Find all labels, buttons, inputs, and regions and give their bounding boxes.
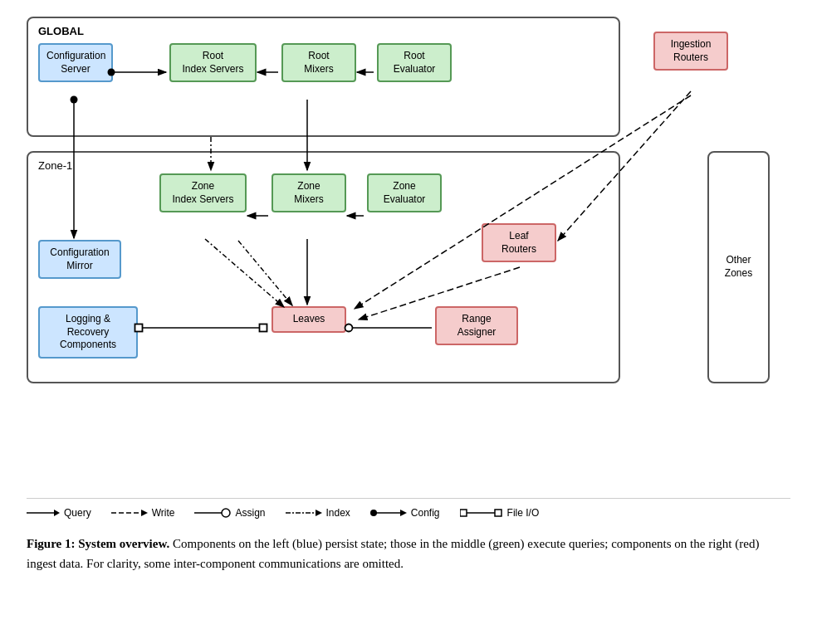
leaf-routers: Leaf Routers (482, 223, 556, 262)
svg-point-25 (222, 509, 230, 517)
config-mirror: Configuration Mirror (38, 240, 121, 279)
zone-mixers: Zone Mixers (272, 173, 346, 212)
legend-assign: Assign (194, 507, 265, 519)
root-evaluator: Root Evaluator (377, 43, 452, 82)
query-arrow-icon (27, 507, 60, 519)
fileio-label: File I/O (507, 507, 540, 519)
caption: Figure 1: System overview. Components on… (27, 534, 790, 573)
legend-query: Query (27, 507, 91, 519)
zone1-label: Zone-1 (38, 159, 609, 172)
legend-config: Config (370, 507, 440, 519)
other-zones-label: Other Zones (725, 254, 752, 280)
assign-arrow-icon (194, 507, 231, 519)
zone-evaluator: Zone Evaluator (367, 173, 442, 212)
zone-index-servers: Zone Index Servers (159, 173, 247, 212)
logging-recovery: Logging & Recovery Components (38, 306, 138, 359)
legend: Query Write Assign Index (27, 498, 790, 519)
zone1-box: Zone-1 Zone Index Servers Zone Mixers Zo… (27, 151, 620, 383)
write-arrow-icon (111, 507, 148, 519)
fileio-arrow-icon (460, 507, 503, 519)
caption-title: System overview. (78, 537, 169, 550)
legend-write: Write (111, 507, 175, 519)
range-assigner: Range Assigner (435, 306, 518, 345)
query-label: Query (64, 507, 91, 519)
config-arrow-icon (370, 507, 407, 519)
legend-fileio: File I/O (460, 507, 540, 519)
svg-marker-23 (141, 510, 148, 516)
svg-marker-21 (54, 510, 60, 516)
svg-rect-33 (495, 510, 501, 516)
write-label: Write (152, 507, 175, 519)
diagram-wrapper: GLOBAL Configuration Server Root Index S… (27, 17, 790, 481)
index-label: Index (326, 507, 350, 519)
svg-marker-27 (316, 510, 322, 516)
legend-index: Index (286, 507, 350, 519)
ingestion-routers: Ingestion Routers (653, 32, 728, 71)
global-box: GLOBAL Configuration Server Root Index S… (27, 17, 620, 137)
global-label: GLOBAL (38, 25, 609, 37)
figure-label: Figure 1: (27, 537, 75, 550)
other-zones-box: Other Zones (707, 151, 770, 383)
diagram-container: GLOBAL Configuration Server Root Index S… (27, 17, 790, 573)
svg-rect-31 (460, 510, 467, 516)
svg-marker-30 (400, 510, 407, 516)
root-mixers: Root Mixers (281, 43, 356, 82)
config-label: Config (411, 507, 440, 519)
index-arrow-icon (286, 507, 322, 519)
config-server: Configuration Server (38, 43, 113, 82)
assign-label: Assign (235, 507, 265, 519)
leaves: Leaves (272, 306, 346, 333)
root-index-servers: Root Index Servers (169, 43, 257, 82)
